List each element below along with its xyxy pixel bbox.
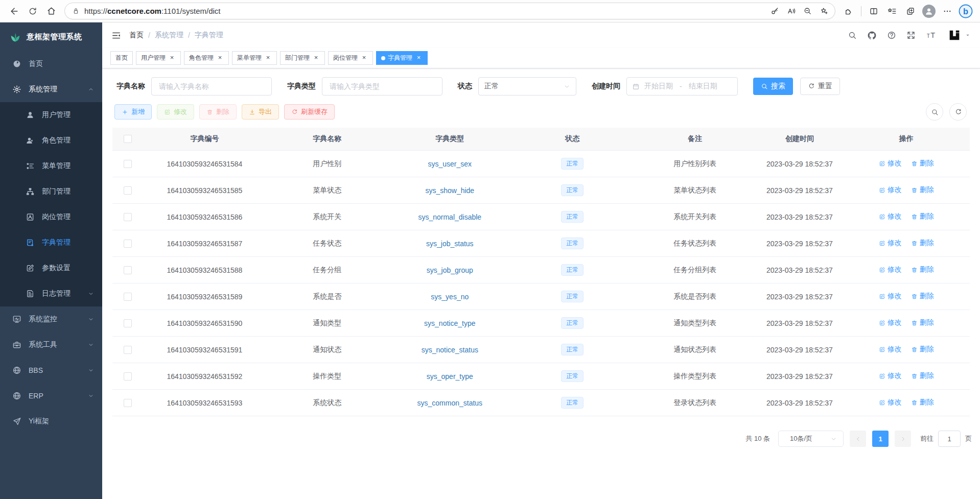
sidebar-item-系统管理[interactable]: 系统管理 xyxy=(0,77,102,102)
close-tab-icon[interactable]: × xyxy=(264,54,272,62)
close-tab-icon[interactable]: × xyxy=(168,54,176,62)
tab-首页[interactable]: 首页 xyxy=(110,51,133,65)
sidebar-item-部门管理[interactable]: 部门管理 xyxy=(0,179,102,204)
sidebar-item-用户管理[interactable]: 用户管理 xyxy=(0,102,102,128)
sidebar-toggle-icon[interactable] xyxy=(111,31,121,40)
delete-row-link[interactable]: 删除 xyxy=(911,239,934,248)
导出-button[interactable]: 导出 xyxy=(242,104,279,120)
sidebar-item-字典管理[interactable]: 字典管理 xyxy=(0,230,102,255)
edit-row-link[interactable]: 修改 xyxy=(879,371,902,381)
delete-row-link[interactable]: 删除 xyxy=(911,398,934,407)
刷新缓存-button[interactable]: 刷新缓存 xyxy=(284,104,335,120)
dict-type-link[interactable]: sys_user_sex xyxy=(428,160,472,168)
delete-row-link[interactable]: 删除 xyxy=(911,371,934,381)
sidebar-item-岗位管理[interactable]: 岗位管理 xyxy=(0,204,102,230)
status-select[interactable]: 正常 xyxy=(478,77,576,96)
dict-type-link[interactable]: sys_yes_no xyxy=(431,293,469,301)
edit-row-link[interactable]: 修改 xyxy=(879,318,902,327)
delete-row-link[interactable]: 删除 xyxy=(911,292,934,301)
delete-row-link[interactable]: 删除 xyxy=(911,345,934,354)
bing-chat-icon[interactable]: b xyxy=(956,2,975,20)
新增-button[interactable]: 新增 xyxy=(114,104,152,120)
sidebar-item-BBS[interactable]: BBS xyxy=(0,358,102,383)
delete-row-link[interactable]: 删除 xyxy=(911,185,934,195)
row-checkbox[interactable] xyxy=(124,266,132,274)
dict-type-input[interactable] xyxy=(322,77,442,96)
dict-type-link[interactable]: sys_notice_type xyxy=(424,319,475,327)
删除-button[interactable]: 删除 xyxy=(199,104,237,120)
sidebar-item-角色管理[interactable]: 角色管理 xyxy=(0,128,102,153)
修改-button[interactable]: 修改 xyxy=(157,104,194,120)
select-all-checkbox[interactable] xyxy=(124,135,132,143)
dict-type-link[interactable]: sys_job_group xyxy=(427,266,473,274)
address-bar[interactable]: https://ccnetcore.com:1101/system/dict xyxy=(64,3,835,19)
row-checkbox[interactable] xyxy=(124,293,132,301)
text-size-icon[interactable]: TT xyxy=(926,30,937,41)
favorite-add-icon[interactable] xyxy=(815,4,832,19)
refresh-table-button[interactable] xyxy=(949,103,967,121)
tab-岗位管理[interactable]: 岗位管理× xyxy=(328,51,373,65)
show-search-toggle-button[interactable] xyxy=(926,103,943,121)
sidebar-item-首页[interactable]: 首页 xyxy=(0,51,102,77)
browser-profile-avatar[interactable] xyxy=(920,2,938,20)
dict-type-link[interactable]: sys_notice_status xyxy=(422,346,478,354)
github-icon[interactable] xyxy=(867,31,877,40)
page-size-select[interactable]: 10条/页 xyxy=(778,431,844,447)
close-tab-icon[interactable]: × xyxy=(360,54,368,62)
delete-row-link[interactable]: 删除 xyxy=(911,265,934,274)
goto-page-input[interactable] xyxy=(938,431,961,447)
read-aloud-icon[interactable] xyxy=(783,4,799,19)
row-checkbox[interactable] xyxy=(124,240,132,248)
password-manager-icon[interactable] xyxy=(766,4,783,19)
reset-button[interactable]: 重置 xyxy=(800,78,840,95)
zoom-out-icon[interactable] xyxy=(799,4,815,19)
user-avatar[interactable] xyxy=(947,28,971,42)
browser-menu-icon[interactable] xyxy=(938,2,956,20)
sidebar-item-Yi框架[interactable]: Yi框架 xyxy=(0,409,102,434)
page-number-button[interactable]: 1 xyxy=(872,431,889,447)
tab-角色管理[interactable]: 角色管理× xyxy=(184,51,229,65)
help-icon[interactable] xyxy=(887,31,896,40)
edit-row-link[interactable]: 修改 xyxy=(879,265,902,274)
browser-reload-button[interactable] xyxy=(24,2,42,20)
next-page-button[interactable] xyxy=(895,431,911,447)
delete-row-link[interactable]: 删除 xyxy=(911,318,934,327)
row-checkbox[interactable] xyxy=(124,213,132,221)
row-checkbox[interactable] xyxy=(124,372,132,381)
fullscreen-icon[interactable] xyxy=(906,31,916,40)
favorites-icon[interactable] xyxy=(883,2,901,20)
delete-row-link[interactable]: 删除 xyxy=(911,159,934,168)
date-range-picker[interactable]: 开始日期 - 结束日期 xyxy=(626,77,738,96)
extensions-icon[interactable] xyxy=(839,2,858,20)
lock-icon[interactable] xyxy=(72,7,80,15)
dict-type-link[interactable]: sys_common_status xyxy=(417,399,482,407)
row-checkbox[interactable] xyxy=(124,186,132,195)
edit-row-link[interactable]: 修改 xyxy=(879,345,902,354)
row-checkbox[interactable] xyxy=(124,346,132,354)
sidebar-item-ERP[interactable]: ERP xyxy=(0,383,102,409)
row-checkbox[interactable] xyxy=(124,399,132,407)
dict-type-link[interactable]: sys_normal_disable xyxy=(418,213,481,221)
edit-row-link[interactable]: 修改 xyxy=(879,239,902,248)
sidebar-item-系统工具[interactable]: 系统工具 xyxy=(0,332,102,358)
breadcrumb-item[interactable]: 首页 xyxy=(129,31,144,40)
row-checkbox[interactable] xyxy=(124,319,132,327)
sidebar-item-系统监控[interactable]: 系统监控 xyxy=(0,306,102,332)
tab-部门管理[interactable]: 部门管理× xyxy=(280,51,325,65)
dict-type-link[interactable]: sys_oper_type xyxy=(427,372,473,381)
delete-row-link[interactable]: 删除 xyxy=(911,212,934,221)
collections-icon[interactable] xyxy=(901,2,920,20)
tab-用户管理[interactable]: 用户管理× xyxy=(136,51,181,65)
edit-row-link[interactable]: 修改 xyxy=(879,398,902,407)
prev-page-button[interactable] xyxy=(850,431,866,447)
dict-name-input[interactable] xyxy=(151,77,272,96)
url-text[interactable]: https://ccnetcore.com:1101/system/dict xyxy=(84,7,766,15)
dict-type-link[interactable]: sys_show_hide xyxy=(425,186,474,195)
edit-row-link[interactable]: 修改 xyxy=(879,185,902,195)
close-tab-icon[interactable]: × xyxy=(415,54,423,62)
sidebar-item-菜单管理[interactable]: 菜单管理 xyxy=(0,153,102,179)
header-search-icon[interactable] xyxy=(848,31,857,40)
search-button[interactable]: 搜索 xyxy=(753,78,793,95)
close-tab-icon[interactable]: × xyxy=(312,54,320,62)
split-screen-icon[interactable] xyxy=(865,2,883,20)
